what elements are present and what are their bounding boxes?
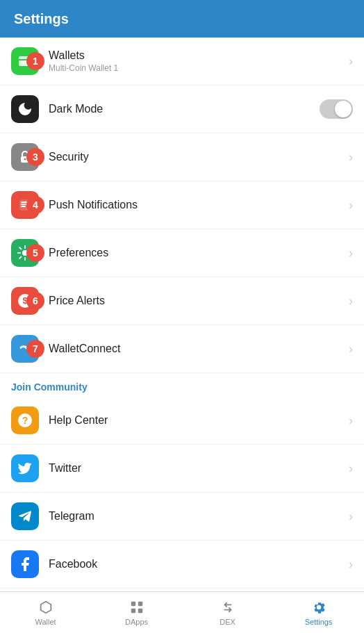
notifications-badge: 4 xyxy=(26,196,44,214)
community-item-telegram[interactable]: Telegram › xyxy=(0,493,364,541)
notifications-text: Push Notifications xyxy=(49,199,343,211)
settings-item-security[interactable]: Security 3 › xyxy=(0,133,364,181)
nav-item-dex[interactable]: DEX xyxy=(182,599,273,626)
twitter-icon-wrap xyxy=(11,454,39,482)
helpcenter-chevron: › xyxy=(349,413,353,428)
telegram-icon-wrap xyxy=(11,502,39,530)
twitter-label: Twitter xyxy=(49,462,343,475)
dapps-nav-icon xyxy=(129,599,145,616)
darkmode-text: Dark Mode xyxy=(49,103,320,115)
nav-item-dapps[interactable]: DApps xyxy=(91,599,182,626)
community-item-facebook[interactable]: Facebook › xyxy=(0,541,364,589)
wallet-nav-label: Wallet xyxy=(35,618,56,626)
helpcenter-icon-wrap: ? xyxy=(11,406,39,434)
security-chevron: › xyxy=(349,150,353,165)
svg-point-4 xyxy=(24,158,26,161)
facebook-chevron: › xyxy=(349,557,353,572)
telegram-label: Telegram xyxy=(49,510,343,523)
community-header: Join Community xyxy=(0,373,364,397)
telegram-icon xyxy=(17,508,33,525)
dex-nav-icon xyxy=(220,599,236,616)
dapps-nav-label: DApps xyxy=(125,618,148,626)
wallets-badge: 1 xyxy=(26,52,44,70)
facebook-icon xyxy=(17,556,33,573)
walletconnect-badge: 7 xyxy=(26,340,44,358)
settings-item-notifications[interactable]: Push Notifications 4 › xyxy=(0,181,364,229)
main-content: Wallets Multi-Coin Wallet 1 1 › Dark Mod… xyxy=(0,38,364,633)
walletconnect-text: WalletConnect xyxy=(49,343,343,355)
darkmode-label: Dark Mode xyxy=(49,103,320,115)
pricealerts-text: Price Alerts xyxy=(49,295,343,307)
svg-rect-20 xyxy=(138,602,142,606)
settings-item-preferences[interactable]: Preferences 5 › xyxy=(0,229,364,277)
helpcenter-icon: ? xyxy=(17,412,33,429)
darkmode-icon xyxy=(17,101,33,117)
dex-icon xyxy=(220,600,235,615)
preferences-badge: 5 xyxy=(26,244,44,262)
pricealerts-badge: 6 xyxy=(26,292,44,310)
settings-nav-icon xyxy=(311,599,327,616)
bottom-navigation: Wallet DApps DEX Settings xyxy=(0,591,364,633)
settings-item-walletconnect[interactable]: WalletConnect 7 › xyxy=(0,325,364,373)
preferences-label: Preferences xyxy=(49,247,343,259)
svg-rect-21 xyxy=(131,609,135,613)
settings-nav-label: Settings xyxy=(305,618,333,626)
wallets-chevron: › xyxy=(349,54,353,69)
notifications-label: Push Notifications xyxy=(49,199,343,211)
security-text: Security xyxy=(49,151,343,163)
telegram-chevron: › xyxy=(349,509,353,524)
settings-item-darkmode[interactable]: Dark Mode xyxy=(0,85,364,133)
pricealerts-label: Price Alerts xyxy=(49,295,343,307)
dapps-icon xyxy=(129,600,144,615)
header-title: Settings xyxy=(14,11,69,27)
nav-item-settings[interactable]: Settings xyxy=(273,599,364,626)
preferences-chevron: › xyxy=(349,246,353,261)
walletconnect-label: WalletConnect xyxy=(49,343,343,355)
settings-item-pricealerts[interactable]: $ Price Alerts 6 › xyxy=(0,277,364,325)
settings-item-wallets[interactable]: Wallets Multi-Coin Wallet 1 1 › xyxy=(0,38,364,85)
svg-rect-22 xyxy=(138,609,142,613)
twitter-icon xyxy=(17,460,33,477)
pricealerts-chevron: › xyxy=(349,294,353,309)
svg-text:?: ? xyxy=(22,415,28,426)
helpcenter-label: Help Center xyxy=(49,414,343,427)
twitter-chevron: › xyxy=(349,461,353,476)
wallet-nav-icon xyxy=(38,599,54,616)
page-header: Settings xyxy=(0,0,364,38)
settings-icon xyxy=(311,600,326,615)
security-badge: 3 xyxy=(26,148,44,166)
settings-list: Wallets Multi-Coin Wallet 1 1 › Dark Mod… xyxy=(0,38,364,373)
wallets-label: Wallets xyxy=(49,49,343,62)
dex-nav-label: DEX xyxy=(220,618,235,626)
darkmode-toggle[interactable] xyxy=(320,99,353,119)
preferences-text: Preferences xyxy=(49,247,343,259)
wallets-sublabel: Multi-Coin Wallet 1 xyxy=(49,63,343,73)
svg-rect-19 xyxy=(131,602,135,606)
community-item-twitter[interactable]: Twitter › xyxy=(0,445,364,493)
community-item-helpcenter[interactable]: ? Help Center › xyxy=(0,397,364,445)
wallet-icon xyxy=(38,600,53,615)
security-label: Security xyxy=(49,151,343,163)
wallets-text: Wallets Multi-Coin Wallet 1 xyxy=(49,49,343,73)
facebook-label: Facebook xyxy=(49,558,343,570)
notifications-chevron: › xyxy=(349,198,353,213)
nav-item-wallet[interactable]: Wallet xyxy=(0,599,91,626)
darkmode-icon-wrap xyxy=(11,95,39,123)
walletconnect-chevron: › xyxy=(349,342,353,356)
facebook-icon-wrap xyxy=(11,550,39,578)
